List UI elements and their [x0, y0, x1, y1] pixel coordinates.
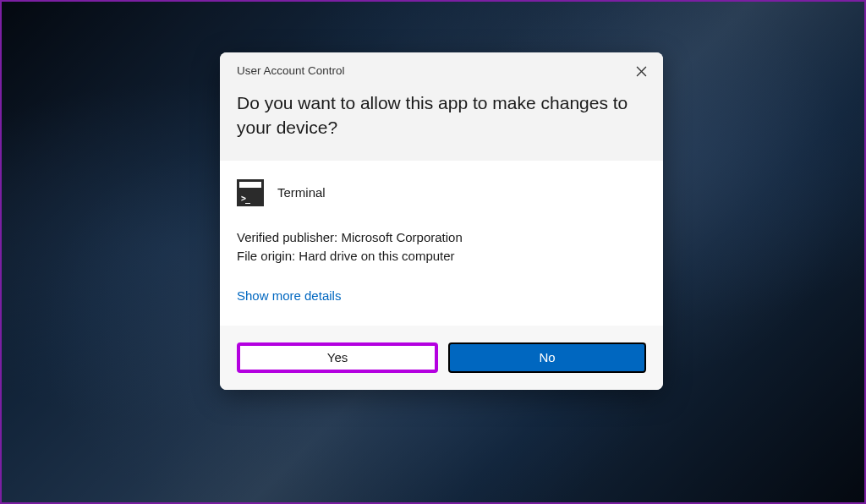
dialog-question: Do you want to allow this app to make ch… — [237, 90, 646, 140]
app-name: Terminal — [277, 185, 326, 200]
dialog-body: Terminal Verified publisher: Microsoft C… — [220, 161, 663, 326]
close-button[interactable] — [633, 63, 650, 79]
show-more-details-link[interactable]: Show more details — [237, 288, 341, 303]
origin-line: File origin: Hard drive on this computer — [237, 247, 646, 266]
yes-button[interactable]: Yes — [237, 342, 438, 373]
app-row: Terminal — [237, 179, 646, 206]
terminal-icon — [237, 179, 264, 206]
close-icon — [636, 66, 647, 77]
no-button[interactable]: No — [448, 342, 646, 373]
dialog-footer: Yes No — [220, 326, 663, 390]
uac-dialog: User Account Control Do you want to allo… — [220, 52, 663, 390]
publisher-info: Verified publisher: Microsoft Corporatio… — [237, 228, 646, 266]
publisher-line: Verified publisher: Microsoft Corporatio… — [237, 228, 646, 248]
dialog-header: User Account Control Do you want to allo… — [220, 52, 663, 161]
dialog-title: User Account Control — [237, 64, 646, 77]
